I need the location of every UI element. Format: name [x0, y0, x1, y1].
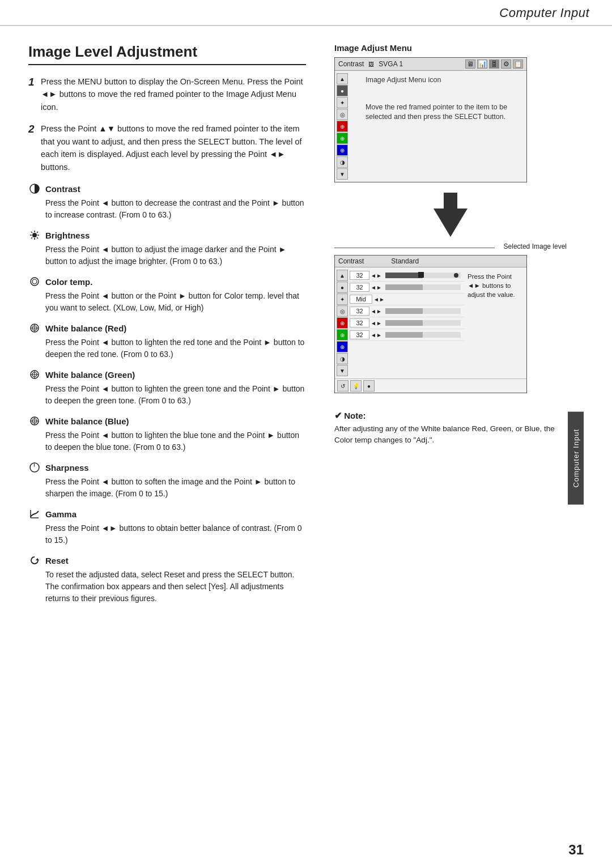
annotation-line-2: Move the red framed pointer to the item …	[366, 103, 524, 122]
gamma-body: Press the Point ◄► buttons to obtain bet…	[45, 522, 306, 546]
lower-menu-standard-label: Standard	[391, 257, 419, 265]
menu-data-row-1: 32 ◄►	[350, 270, 464, 282]
header-title: Computer Input	[499, 6, 589, 20]
bottom-icon-1: ↺	[337, 380, 348, 392]
svg-line-6	[31, 232, 32, 233]
row4-value: 32	[350, 307, 369, 316]
reset-icon	[28, 554, 41, 567]
wb-red-icon	[28, 322, 41, 334]
note-title: ✔ Note:	[334, 410, 567, 421]
menu-data-row-6: 32 ◄►	[350, 329, 464, 341]
contrast-body: Press the Point ◄ button to decrease the…	[45, 197, 306, 221]
menu-icon-1: 🖥	[465, 59, 475, 69]
section-heading-wb-green: White balance (Green)	[28, 368, 306, 381]
side-tab: Computer Input	[568, 412, 584, 505]
section-heading-color-temp: Color temp.	[28, 275, 306, 288]
menu-data-row-5: 32 ◄►	[350, 317, 464, 329]
row3-arrows: ◄►	[373, 296, 385, 303]
contrast-icon	[28, 182, 41, 195]
side-tab-text: Computer Input	[572, 429, 580, 488]
menu-data-row-4: 32 ◄►	[350, 305, 464, 317]
row5-bar	[385, 320, 461, 326]
section-wb-blue: White balance (Blue) Press the Point ◄ b…	[28, 415, 306, 453]
menu-icon-5: 📋	[513, 59, 523, 69]
wb-green-icon	[28, 368, 41, 381]
note-title-text: Note:	[344, 411, 366, 420]
svg-point-1	[32, 233, 37, 237]
gamma-icon	[28, 508, 41, 520]
lower-icon-bl: ⊕	[337, 341, 348, 352]
arrow-head	[434, 209, 468, 237]
menu-icon-2: 📊	[477, 59, 487, 69]
section-heading-wb-blue: White balance (Blue)	[28, 415, 306, 427]
svg-line-9	[31, 237, 32, 239]
wb-green-body: Press the Point ◄ button to lighten the …	[45, 383, 306, 407]
section-color-temp: Color temp. Press the Point ◄ button or …	[28, 275, 306, 314]
row1-bar	[385, 273, 461, 278]
step-2: 2 Press the Point ▲▼ buttons to move the…	[28, 122, 306, 173]
row6-bar-fill	[385, 332, 423, 338]
row6-bar	[385, 332, 461, 338]
row1-indicator	[418, 272, 424, 278]
lower-icon-d: ●	[337, 282, 348, 293]
section-heading-brightness: Brightness	[28, 229, 306, 241]
menu-data-row-2: 32 ◄►	[350, 282, 464, 293]
menu-body-area: ▲ ● ✦ ◎ ⊕ ⊕ ⊕ ◑ ▼ Image Adjust Menu ico	[335, 71, 526, 182]
sharpness-icon	[28, 461, 41, 474]
row5-bar-fill	[385, 320, 423, 326]
selected-level-label: Selected Image level	[504, 242, 567, 250]
checkmark-icon: ✔	[334, 411, 342, 420]
svg-marker-27	[36, 558, 39, 560]
sharpness-label: Sharpness	[45, 463, 89, 473]
menu-left-icons: ▲ ● ✦ ◎ ⊕ ⊕ ⊕ ◑ ▼	[335, 71, 350, 182]
color-temp-label: Color temp.	[45, 277, 92, 287]
menu-left-icon-7: ⊕	[337, 144, 348, 156]
menu-left-icon-2: ●	[337, 85, 348, 96]
contrast-label: Contrast	[45, 184, 80, 194]
lower-icon-sh: ◑	[337, 353, 348, 364]
lower-icon-g: ⊕	[337, 329, 348, 341]
lower-menu-bottom-icons: ↺ 💡 ●	[335, 378, 526, 393]
wb-red-body: Press the Point ◄ button to lighten the …	[45, 337, 306, 360]
menu-left-icon-5: ⊕	[337, 121, 348, 132]
right-panel-title: Image Adjust Menu	[334, 43, 567, 53]
menu-left-icon-8: ◑	[337, 156, 348, 168]
color-temp-icon	[28, 275, 41, 288]
menu-annotation-block: Image Adjust Menu icon Move the red fram…	[359, 71, 526, 182]
section-heading-reset: Reset	[28, 554, 306, 567]
selected-level-row: Selected Image level	[334, 242, 567, 253]
row2-arrows: ◄►	[371, 284, 382, 291]
svg-point-10	[31, 278, 39, 286]
step-number-1: 1	[28, 76, 41, 88]
svg-point-11	[32, 279, 37, 284]
row3-value: Mid	[350, 295, 372, 304]
menu-left-icon-1: ▲	[337, 73, 348, 84]
row1-arrows: ◄►	[371, 273, 382, 279]
row5-arrows: ◄►	[371, 320, 382, 326]
arrow-section	[334, 193, 567, 237]
wb-blue-icon	[28, 415, 41, 427]
menu-left-icon-3: ✦	[337, 97, 348, 108]
lower-icon-up: ▲	[337, 270, 348, 281]
top-menu-panel: Contrast 🖼 SVGA 1 🖥 📊 🎛 ⚙ 📋 ▲ ● ✦ ◎ ⊕	[334, 57, 527, 182]
left-column: Image Level Adjustment 1 Press the MENU …	[0, 43, 323, 863]
row5-value: 32	[350, 318, 369, 327]
press-point-text: Press the Point ◄► buttons to adjust the…	[468, 273, 515, 298]
section-heading-wb-red: White balance (Red)	[28, 322, 306, 334]
note-body: After adjusting any of the White balance…	[334, 423, 567, 446]
reset-body: To reset the adjusted data, select Reset…	[45, 569, 306, 605]
menu-icon-4: ⚙	[501, 59, 511, 69]
section-wb-red: White balance (Red) Press the Point ◄ bu…	[28, 322, 306, 360]
menu-icons-row: 🖥 📊 🎛 ⚙ 📋	[465, 59, 523, 69]
page-number: 31	[568, 842, 584, 858]
press-point-callout: Press the Point ◄► buttons to adjust the…	[464, 267, 526, 378]
row1-bar-fill	[385, 273, 423, 278]
annotation-line-1: Image Adjust Menu icon	[366, 75, 524, 86]
row6-arrows: ◄►	[371, 332, 382, 338]
row2-bar	[385, 284, 461, 290]
svg-line-7	[37, 237, 38, 239]
lower-icon-c: ◎	[337, 305, 348, 317]
section-brightness: Brightness Press the Point ◄ button to a…	[28, 229, 306, 267]
reset-label: Reset	[45, 556, 69, 565]
menu-left-icon-4: ◎	[337, 109, 348, 120]
